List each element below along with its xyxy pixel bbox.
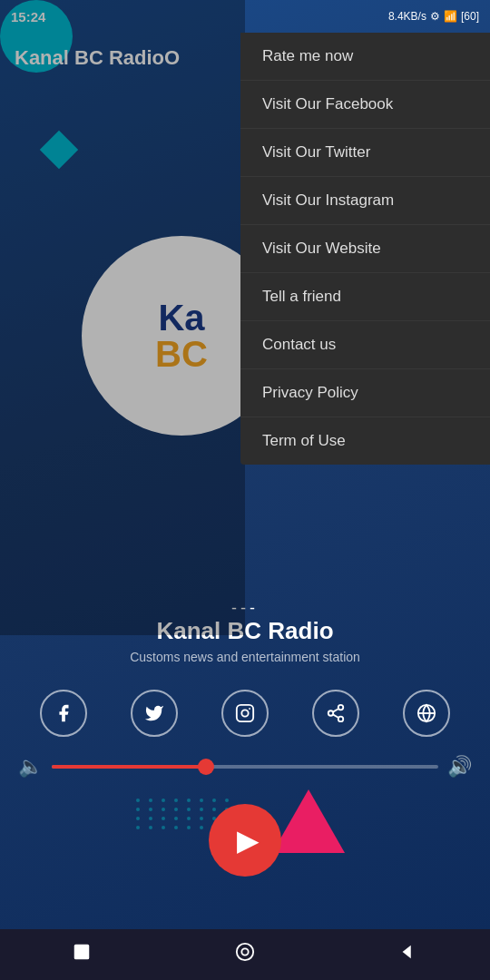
menu-item-term-of-use[interactable]: Term of Use	[240, 417, 490, 465]
volume-high-icon: 🔊	[447, 755, 472, 779]
play-button[interactable]: ▶	[209, 804, 281, 877]
home-button[interactable]	[235, 942, 255, 967]
volume-thumb[interactable]	[198, 759, 214, 775]
twitter-button[interactable]	[131, 690, 178, 737]
facebook-button[interactable]	[40, 690, 87, 737]
station-description: Customs news and entertainment station	[0, 650, 490, 664]
play-icon: ▶	[237, 823, 260, 858]
svg-point-12	[241, 948, 248, 955]
back-button[interactable]	[398, 942, 418, 967]
svg-marker-13	[403, 946, 411, 959]
volume-slider[interactable]	[52, 765, 438, 769]
menu-item-visit-facebook[interactable]: Visit Our Facebook	[240, 81, 490, 129]
network-speed: 8.4KB/s	[388, 10, 426, 23]
menu-item-visit-instagram[interactable]: Visit Our Instagram	[240, 177, 490, 225]
menu-item-tell-friend[interactable]: Tell a friend	[240, 273, 490, 321]
instagram-button[interactable]	[221, 690, 269, 737]
volume-row: 🔈 🔊	[0, 755, 490, 779]
svg-point-11	[237, 944, 253, 960]
social-row	[0, 690, 490, 737]
menu-item-visit-website[interactable]: Visit Our Website	[240, 225, 490, 273]
volume-fill	[52, 765, 206, 769]
share-button[interactable]	[312, 690, 359, 737]
menu-overlay[interactable]	[0, 0, 245, 635]
svg-point-2	[249, 708, 250, 710]
status-icons: 8.4KB/s ⚙ 📶 [60]	[388, 10, 479, 23]
dropdown-menu: Rate me now Visit Our Facebook Visit Our…	[240, 33, 490, 465]
volume-low-icon: 🔈	[18, 755, 43, 779]
svg-point-4	[328, 710, 334, 716]
stop-button[interactable]	[72, 942, 92, 967]
svg-point-3	[338, 705, 344, 710]
svg-rect-10	[74, 945, 90, 960]
battery-icon: [60]	[461, 10, 479, 23]
svg-point-5	[338, 717, 344, 722]
svg-point-1	[241, 710, 248, 716]
svg-line-6	[333, 714, 338, 718]
signal-icon: ⚙	[430, 10, 440, 23]
menu-item-visit-twitter[interactable]: Visit Our Twitter	[240, 129, 490, 177]
wifi-icon: 📶	[444, 10, 457, 23]
menu-item-contact-us[interactable]: Contact us	[240, 321, 490, 369]
menu-item-privacy-policy[interactable]: Privacy Policy	[240, 369, 490, 417]
website-button[interactable]	[403, 690, 450, 737]
menu-item-rate-me[interactable]: Rate me now	[240, 33, 490, 81]
svg-line-7	[333, 709, 338, 712]
svg-rect-0	[237, 705, 253, 721]
bottom-nav	[0, 929, 490, 980]
